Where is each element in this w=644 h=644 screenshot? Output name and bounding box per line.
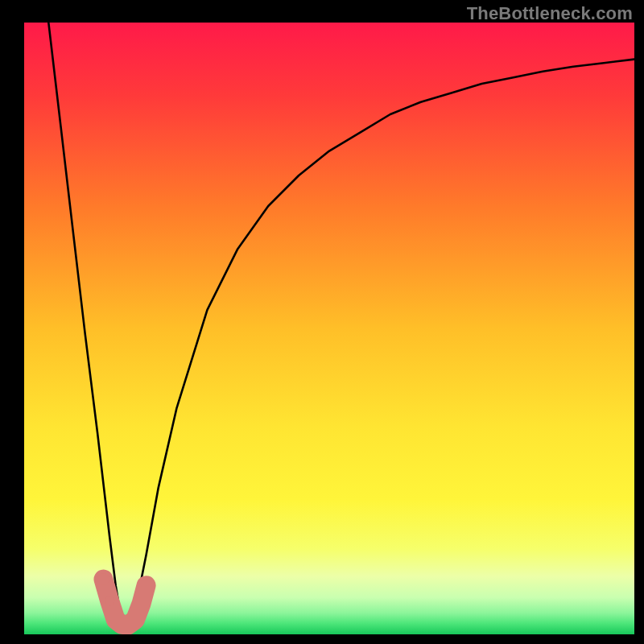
chart-svg (24, 23, 634, 634)
plot-area (24, 23, 634, 634)
watermark-text: TheBottleneck.com (467, 3, 633, 24)
marker-dot (105, 596, 114, 605)
chart-stage: TheBottleneck.com (0, 0, 644, 644)
marker-dot (97, 573, 109, 584)
gradient-background (24, 23, 634, 634)
